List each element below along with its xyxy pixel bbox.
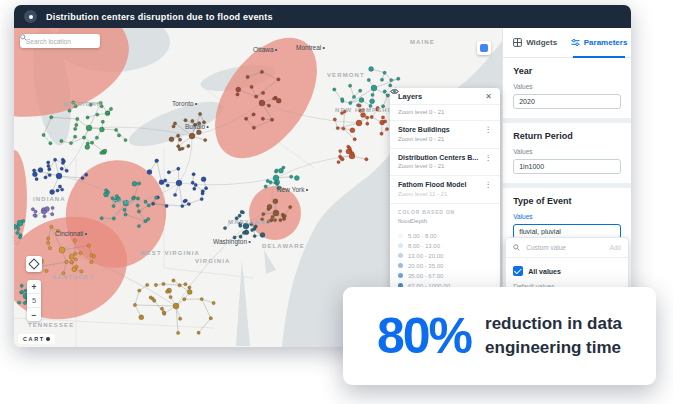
legend-row: 8.00 - 13.00 xyxy=(398,243,492,249)
layer-item[interactable]: Fathom Flood Model ⋮ Zoom level 11 - 21 xyxy=(390,176,500,204)
year-heading: Year xyxy=(513,66,621,76)
basemap-button[interactable] xyxy=(477,41,491,55)
custom-value-input[interactable] xyxy=(524,243,605,252)
map-search[interactable] xyxy=(20,34,100,48)
legend-color-dot xyxy=(398,233,403,238)
color-based-on-label: COLOR BASED ON xyxy=(398,209,492,215)
svg-text:Washington: Washington xyxy=(213,238,247,246)
section-type-of-event: Type of Event Values Add All value xyxy=(503,188,631,248)
svg-text:INDIANA: INDIANA xyxy=(33,196,66,202)
legend-range-label: 35.00 - 67.00 xyxy=(408,273,443,279)
layer-zoom-range: Zoom level 0 - 21 xyxy=(398,163,492,169)
type-of-event-heading: Type of Event xyxy=(513,196,621,206)
layers-panel-title: Layers xyxy=(398,92,422,101)
layer-name: Distribution Centers B... xyxy=(398,154,485,161)
svg-text:VERMONT: VERMONT xyxy=(327,72,365,78)
legend-color-dot xyxy=(398,273,403,278)
svg-text:TENNESSEE: TENNESSEE xyxy=(28,322,74,328)
svg-text:MICHIGAN: MICHIGAN xyxy=(63,101,102,107)
search-icon xyxy=(513,244,520,251)
svg-text:New York: New York xyxy=(277,186,305,193)
kebab-menu-icon[interactable]: ⋮ xyxy=(485,181,493,189)
legend-color-dot xyxy=(398,263,403,268)
zoom-level: 5 xyxy=(27,293,41,307)
all-values-checkbox[interactable] xyxy=(513,266,523,276)
legend-row: 13.00 - 20.00 xyxy=(398,253,492,259)
section-year: Year Values xyxy=(503,58,631,118)
search-icon xyxy=(20,34,27,41)
svg-text:Toronto: Toronto xyxy=(172,100,194,107)
stat-value: 80% xyxy=(377,311,471,361)
tab-widgets-label: Widgets xyxy=(526,38,557,47)
close-icon[interactable]: ✕ xyxy=(485,93,492,101)
flood-depth-legend: 5.00 - 8.008.00 - 13.0013.00 - 20.0020.0… xyxy=(390,228,500,290)
eye-icon[interactable] xyxy=(390,88,399,95)
search-input[interactable] xyxy=(24,37,96,46)
layer-zoom-range: Zoom level 11 - 21 xyxy=(398,191,492,197)
zoom-out-button[interactable]: − xyxy=(27,307,41,321)
all-values-label: All values xyxy=(528,268,561,275)
svg-text:Buffalo: Buffalo xyxy=(185,123,206,130)
map-status-icon xyxy=(24,10,37,23)
all-values-option[interactable]: All values xyxy=(506,258,628,283)
legend-range-label: 8.00 - 13.00 xyxy=(408,243,440,249)
map-title: Distribution centers disruption due to f… xyxy=(46,12,273,22)
section-return-period: Return Period Values xyxy=(503,123,631,183)
layers-panel: Layers ✕ Zoom level 0 - 21 Store Buildin… xyxy=(390,88,500,289)
sliders-icon xyxy=(571,38,580,47)
svg-text:Montreal: Montreal xyxy=(296,44,322,51)
carto-logo: CART xyxy=(18,334,55,344)
layer-item[interactable]: Store Buildings ⋮ Zoom level 0 - 21 xyxy=(390,121,500,149)
svg-text:Cincinnati: Cincinnati xyxy=(55,230,84,237)
legend-range-label: 13.00 - 20.00 xyxy=(408,253,443,259)
layer-name: Store Buildings xyxy=(398,126,485,133)
diamond-icon xyxy=(28,258,39,269)
basemap-icon xyxy=(480,44,488,52)
kebab-menu-icon[interactable]: ⋮ xyxy=(485,154,493,162)
layer-zoom-range: Zoom level 0 - 21 xyxy=(398,136,492,142)
svg-text:MARYLAND: MARYLAND xyxy=(228,219,271,225)
dropdown-search-row: Add xyxy=(506,238,628,258)
zoom-in-button[interactable]: + xyxy=(27,280,41,293)
return-period-input[interactable] xyxy=(513,159,621,174)
carto-logo-dot xyxy=(46,337,50,341)
legend-row: 35.00 - 67.00 xyxy=(398,273,492,279)
year-input[interactable] xyxy=(513,94,621,109)
layer-item[interactable]: Distribution Centers B... ⋮ Zoom level 0… xyxy=(390,149,500,177)
legend-range-label: 20.00 - 35.00 xyxy=(408,263,443,269)
tab-parameters-label: Parameters xyxy=(584,38,628,47)
color-based-on-section: COLOR BASED ON floodDepth xyxy=(390,204,500,228)
widgets-icon xyxy=(513,38,522,47)
layer-item-partial: Zoom level 0 - 21 xyxy=(390,105,500,121)
legend-row: 5.00 - 8.00 xyxy=(398,233,492,239)
year-values-label: Values xyxy=(513,83,621,90)
recenter-button[interactable] xyxy=(26,256,42,272)
tab-widgets[interactable]: Widgets xyxy=(503,28,567,57)
type-of-event-values-label: Values xyxy=(513,213,621,220)
svg-text:MAINE: MAINE xyxy=(410,39,435,45)
svg-text:Ottawa: Ottawa xyxy=(253,46,274,53)
svg-text:DELAWARE: DELAWARE xyxy=(262,243,305,249)
tab-parameters[interactable]: Parameters xyxy=(567,28,631,57)
legend-color-dot xyxy=(398,253,403,258)
app-titlebar: Distribution centers disruption due to f… xyxy=(14,5,631,28)
legend-range-label: 5.00 - 8.00 xyxy=(408,233,437,239)
svg-text:OHIO: OHIO xyxy=(113,199,133,205)
stat-description: reduction in data engineering time xyxy=(485,312,622,360)
return-period-heading: Return Period xyxy=(513,131,621,141)
zoom-control: + 5 − xyxy=(27,280,41,321)
svg-text:WEST VIRGINIA: WEST VIRGINIA xyxy=(140,250,200,256)
sidebar-tabs: Widgets Parameters xyxy=(503,28,631,58)
svg-text:VIRGINIA: VIRGINIA xyxy=(195,258,230,264)
svg-text:KENTUCKY: KENTUCKY xyxy=(52,274,94,280)
add-button[interactable]: Add xyxy=(609,244,621,251)
kebab-menu-icon[interactable]: ⋮ xyxy=(485,126,493,134)
legend-row: 20.00 - 35.00 xyxy=(398,263,492,269)
layer-name: Fathom Flood Model xyxy=(398,181,485,188)
stat-callout-card: 80% reduction in data engineering time xyxy=(343,287,656,385)
color-field: floodDepth xyxy=(398,218,492,224)
legend-color-dot xyxy=(398,243,403,248)
return-period-values-label: Values xyxy=(513,148,621,155)
